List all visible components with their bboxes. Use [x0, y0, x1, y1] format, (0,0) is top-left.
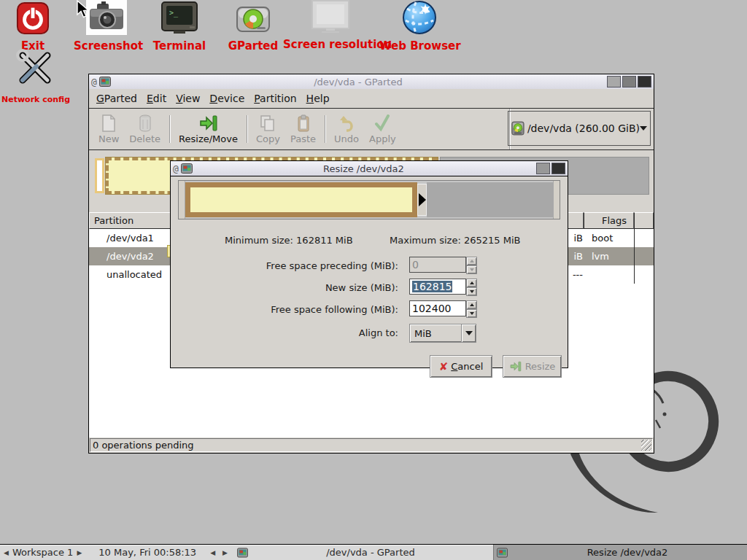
- svg-text:>_: >_: [169, 9, 179, 18]
- partition-name: /dev/vda1: [89, 233, 173, 244]
- resize-button[interactable]: Resize: [503, 355, 562, 378]
- menu-gparted[interactable]: GParted: [96, 93, 137, 104]
- clock: 10 May, Fri 00:58:13: [98, 547, 196, 558]
- align-to-dropdown[interactable]: MiB: [409, 324, 476, 343]
- desktop-icon-label: Terminal: [147, 39, 212, 52]
- resize-move-icon: [199, 114, 218, 132]
- partition-name: unallocated: [89, 269, 173, 280]
- resize-move-button[interactable]: Resize/Move: [174, 112, 243, 147]
- desktop-icon-exit[interactable]: Exit: [7, 1, 58, 52]
- close-button[interactable]: [638, 76, 651, 88]
- mouse-cursor: [75, 0, 91, 19]
- apply-check-icon: [374, 114, 390, 132]
- free-space-preceding-field[interactable]: 0: [409, 257, 466, 273]
- spin-down-button[interactable]: [466, 309, 477, 318]
- slider-partition[interactable]: [185, 182, 417, 217]
- new-document-icon: [101, 114, 116, 132]
- taskbar-item-resize-dialog[interactable]: Resize /dev/vda2: [493, 545, 747, 560]
- dialog-close-button[interactable]: [551, 163, 565, 174]
- task-next-arrow[interactable]: ▶: [219, 549, 231, 556]
- dialog-titlebar[interactable]: @ Resize /dev/vda2: [171, 161, 568, 176]
- chevron-down-icon: [465, 331, 473, 335]
- wm-spiral-icon: @: [91, 77, 97, 88]
- undo-button[interactable]: Undo: [329, 112, 364, 147]
- partition-flags: lvm: [584, 251, 634, 262]
- paste-button[interactable]: Paste: [285, 112, 321, 147]
- menu-device[interactable]: Device: [209, 93, 244, 104]
- desktop-icon-terminal[interactable]: >_ Terminal: [147, 1, 212, 52]
- device-selector[interactable]: /dev/vda (260.00 GiB): [508, 111, 651, 146]
- taskbar-item-gparted[interactable]: /dev/vda - GParted: [234, 545, 493, 560]
- new-button[interactable]: New: [93, 112, 124, 147]
- copy-button[interactable]: Copy: [251, 112, 285, 147]
- toolbar-separator: [325, 115, 325, 143]
- dialog-maximize-button[interactable]: [536, 163, 550, 174]
- resize-grip[interactable]: [641, 440, 651, 451]
- toolbar: New Delete Resize/Move Copy Paste Undo A…: [89, 109, 654, 150]
- maximize-button[interactable]: [622, 76, 636, 88]
- toolbar-separator: [247, 115, 247, 143]
- task-prev-arrow[interactable]: ◀: [206, 549, 219, 556]
- row-end-cell: [634, 229, 654, 247]
- spin-up-button[interactable]: [466, 257, 477, 265]
- menu-view[interactable]: View: [176, 93, 200, 104]
- column-header-end: [634, 212, 654, 229]
- desktop-icon-label: Screen resolution: [283, 38, 378, 51]
- row-end-cell: [634, 247, 654, 265]
- status-bar: 0 operations pending: [90, 438, 653, 452]
- desktop-icon-gparted[interactable]: GParted: [224, 4, 282, 52]
- delete-button[interactable]: Delete: [124, 112, 166, 147]
- spin-up-button[interactable]: [466, 300, 477, 309]
- terminal-icon: >_: [147, 1, 212, 38]
- free-space-preceding-label: Free space preceding (MiB):: [266, 260, 398, 271]
- desktop: { "desktop": { "icons": [ {"label": "Exi…: [0, 0, 747, 560]
- copy-icon: [260, 114, 276, 132]
- gparted-mini-icon: [237, 548, 248, 558]
- main-window-title: /dev/vda - GParted: [111, 77, 605, 88]
- gparted-mini-icon: [181, 163, 193, 174]
- free-space-following-label: Free space following (MiB):: [271, 304, 398, 315]
- new-size-label: New size (MiB):: [325, 282, 398, 293]
- new-size-field[interactable]: 162815: [409, 279, 466, 295]
- spin-up-button[interactable]: [466, 279, 477, 287]
- taskbar: ◀ Workspace 1 ▶ 10 May, Fri 00:58:13 ◀ ▶…: [0, 544, 747, 560]
- desktop-icon-network-config[interactable]: Network config: [1, 48, 69, 104]
- menu-edit[interactable]: Edit: [147, 93, 166, 104]
- desktop-icon-screen-resolution[interactable]: Screen resolution: [283, 0, 378, 51]
- column-header-partition[interactable]: Partition: [89, 212, 173, 229]
- menu-help[interactable]: Help: [306, 93, 330, 104]
- desktop-icon-label: GParted: [224, 39, 282, 52]
- minimize-button[interactable]: [607, 76, 621, 88]
- spin-down-button[interactable]: [466, 287, 477, 296]
- workspace-next-arrow[interactable]: ▶: [73, 549, 85, 556]
- free-space-following-field[interactable]: 102400: [409, 300, 466, 316]
- spin-down-button[interactable]: [466, 265, 477, 274]
- taskbar-item-label: /dev/vda - GParted: [248, 547, 493, 558]
- minimum-size-label: Minimum size: 162811 MiB: [225, 235, 353, 246]
- free-space-following-spinner[interactable]: [466, 300, 477, 318]
- device-disk-icon: [511, 119, 525, 138]
- column-header-flags[interactable]: Flags: [584, 212, 634, 229]
- resize-arrow-icon: [509, 361, 522, 372]
- power-icon: [7, 1, 58, 38]
- chevron-down-icon: [640, 126, 647, 131]
- workspace-prev-arrow[interactable]: ◀: [0, 549, 12, 556]
- partition-bar-vda1[interactable]: [95, 158, 104, 193]
- cancel-x-icon: ✘: [439, 360, 449, 373]
- slider-right-cap: [553, 181, 560, 219]
- desktop-icon-web-browser[interactable]: Web Browser: [379, 0, 460, 52]
- main-window-titlebar[interactable]: @ /dev/vda - GParted: [89, 74, 654, 90]
- monitor-icon: [283, 0, 378, 36]
- gparted-mini-icon: [99, 77, 111, 87]
- status-text: 0 operations pending: [93, 440, 194, 451]
- slider-free-space[interactable]: [427, 182, 553, 217]
- slider-left-cap: [179, 181, 185, 219]
- slider-drag-handle[interactable]: [417, 184, 427, 216]
- new-size-spinner[interactable]: [466, 279, 477, 296]
- selected-text: 162815: [412, 281, 452, 292]
- free-space-preceding-spinner[interactable]: [466, 257, 477, 274]
- menu-partition[interactable]: Partition: [254, 93, 296, 104]
- apply-button[interactable]: Apply: [364, 112, 401, 147]
- cancel-button[interactable]: ✘ Cancel: [430, 355, 492, 378]
- globe-icon: [379, 0, 460, 38]
